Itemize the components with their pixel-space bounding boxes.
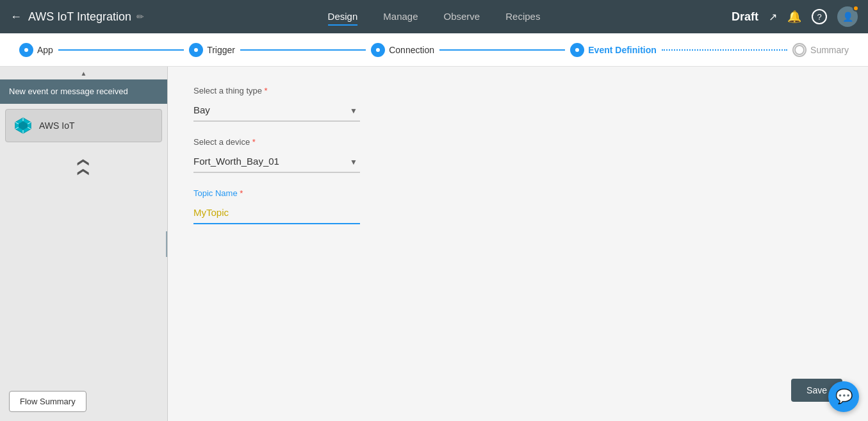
topic-name-group: Topic Name * xyxy=(193,188,842,224)
device-group: Select a device * Fort_Worth_Bay_01 Fort… xyxy=(193,137,842,173)
wizard-label-trigger: Trigger xyxy=(207,45,235,55)
thing-type-group: Select a thing type * Bay Device Gateway… xyxy=(193,86,842,122)
topic-required: * xyxy=(238,188,243,198)
wizard-line-4 xyxy=(662,49,787,51)
wizard-step-connection[interactable]: Connection xyxy=(371,43,434,57)
nav-tabs: Design Manage Observe Recipes xyxy=(328,8,541,26)
tab-manage[interactable]: Manage xyxy=(383,8,418,26)
device-select-wrapper: Fort_Worth_Bay_01 Fort_Worth_Bay_02 Fort… xyxy=(193,151,360,173)
sidebar: ▲ New event or message received AWS IoT … xyxy=(0,67,168,421)
wizard-line-2 xyxy=(240,49,366,51)
tab-observe[interactable]: Observe xyxy=(444,8,480,26)
chat-button[interactable]: 💬 xyxy=(828,381,859,412)
top-nav: ← AWS IoT Integration ✏ Design Manage Ob… xyxy=(0,0,868,33)
external-link-icon[interactable]: ↗ xyxy=(769,11,777,23)
wizard-circle-summary xyxy=(792,43,807,57)
user-avatar[interactable]: 👤 xyxy=(837,6,858,27)
wizard-circle-app xyxy=(19,43,33,57)
thing-type-select-wrapper: Bay Device Gateway Sensor ▼ xyxy=(193,99,360,122)
svg-point-5 xyxy=(376,48,380,52)
sidebar-item-name: AWS IoT xyxy=(39,120,75,131)
avatar-badge xyxy=(853,5,859,12)
draft-label: Draft xyxy=(732,10,758,24)
main-layout: ▲ New event or message received AWS IoT … xyxy=(0,67,868,421)
wizard-steps: App Trigger Connection Event Definition … xyxy=(0,33,868,67)
thing-type-label: Select a thing type * xyxy=(193,86,842,95)
sidebar-scroll-up[interactable]: ▲ xyxy=(0,67,167,79)
app-title: AWS IoT Integration ✏ xyxy=(28,10,144,24)
wizard-circle-connection xyxy=(371,43,385,57)
wizard-step-trigger[interactable]: Trigger xyxy=(189,43,235,57)
wizard-label-app: App xyxy=(37,45,53,55)
device-select[interactable]: Fort_Worth_Bay_01 Fort_Worth_Bay_02 Fort… xyxy=(193,151,360,173)
thing-type-required: * xyxy=(262,86,268,95)
tab-recipes[interactable]: Recipes xyxy=(505,8,540,26)
wizard-label-connection: Connection xyxy=(389,45,434,55)
wizard-step-app[interactable]: App xyxy=(19,43,53,57)
tab-design[interactable]: Design xyxy=(328,8,358,26)
svg-point-8 xyxy=(795,45,804,54)
edit-title-icon[interactable]: ✏ xyxy=(136,12,144,22)
wizard-line-1 xyxy=(58,49,184,51)
svg-point-7 xyxy=(575,48,579,52)
wizard-label-event-def: Event Definition xyxy=(588,45,657,55)
bell-icon[interactable]: 🔔 xyxy=(787,10,801,24)
svg-point-1 xyxy=(24,48,28,52)
content-area: Select a thing type * Bay Device Gateway… xyxy=(168,67,868,421)
thing-type-select[interactable]: Bay Device Gateway Sensor xyxy=(193,99,360,122)
topic-name-input[interactable] xyxy=(193,202,360,224)
flow-summary-button[interactable]: Flow Summary xyxy=(9,391,86,412)
topic-name-label: Topic Name * xyxy=(193,188,842,198)
wizard-step-event-def[interactable]: Event Definition xyxy=(570,43,657,57)
wizard-step-summary[interactable]: Summary xyxy=(792,43,849,57)
chat-icon: 💬 xyxy=(835,388,853,405)
device-required: * xyxy=(250,137,256,147)
help-icon[interactable]: ? xyxy=(812,9,827,24)
back-button[interactable]: ← xyxy=(10,10,22,24)
wizard-circle-event-def xyxy=(570,43,584,57)
wizard-circle-trigger xyxy=(189,43,203,57)
sidebar-chevrons[interactable]: ❮❮ xyxy=(70,84,97,251)
device-label: Select a device * xyxy=(193,137,842,147)
wizard-line-3 xyxy=(439,49,565,51)
svg-point-3 xyxy=(194,48,198,52)
wizard-label-summary: Summary xyxy=(810,45,849,55)
aws-iot-icon xyxy=(13,116,33,135)
nav-right-actions: Draft ↗ 🔔 ? 👤 xyxy=(732,6,858,27)
